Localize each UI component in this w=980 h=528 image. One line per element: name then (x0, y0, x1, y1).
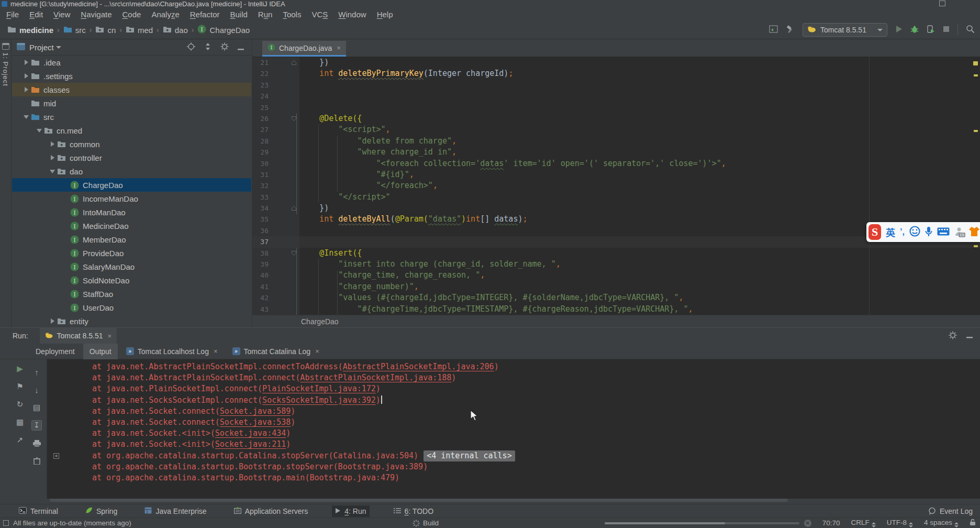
tree-item-.idea[interactable]: .idea (12, 56, 251, 69)
run-configuration-select[interactable]: Tomcat 8.5.51 (803, 23, 887, 37)
tree-expand-arrow[interactable] (21, 60, 31, 65)
tree-item-cn.med[interactable]: cn.med (12, 124, 251, 137)
close-icon[interactable]: × (315, 347, 319, 355)
hide-panel-icon[interactable] (238, 43, 244, 52)
internal-calls-badge[interactable]: <4 internal calls> (424, 450, 515, 461)
menu-item-build[interactable]: Build (225, 9, 252, 19)
hide-panel-icon[interactable] (966, 332, 973, 340)
scroll-up-button[interactable]: ↑ (31, 367, 42, 377)
tool-window-layout-icon[interactable] (769, 25, 778, 35)
fold-marker-end[interactable] (270, 57, 299, 68)
stack-frame-link[interactable]: PlainSocketImpl.java:172 (262, 384, 376, 393)
project-panel-title[interactable]: Project (29, 43, 54, 52)
tree-item-SoldNoteDao[interactable]: ISoldNoteDao (12, 273, 251, 287)
ime-shirt-icon[interactable] (968, 226, 980, 238)
breadcrumb-item-medicine[interactable]: medicine (7, 26, 53, 35)
tool-window-button-java-enterprise[interactable]: Java Enterprise (141, 505, 209, 517)
tool-window-button-spring[interactable]: Spring (82, 505, 120, 517)
tree-item-UserDao[interactable]: IUserDao (12, 301, 251, 314)
ime-punctuation-icon[interactable]: ’, (900, 227, 905, 237)
tree-item-controller[interactable]: controller (12, 151, 251, 164)
breadcrumb-item-dao[interactable]: dao (163, 26, 188, 35)
error-stripe[interactable] (972, 57, 980, 315)
menu-item-refactor[interactable]: Refactor (185, 9, 225, 19)
tree-item-IntoManDao[interactable]: IIntoManDao (12, 205, 251, 219)
ime-mic-icon[interactable] (925, 226, 932, 238)
tree-expand-arrow[interactable] (35, 129, 44, 133)
tree-expand-arrow[interactable] (21, 87, 31, 92)
menu-item-vcs[interactable]: VCS (306, 9, 333, 19)
indent-widget[interactable]: 4 spaces (924, 519, 959, 527)
tree-expand-arrow[interactable] (48, 170, 57, 173)
breadcrumb-item-ChargeDao[interactable]: IChargeDao (197, 25, 250, 35)
debug-button[interactable] (910, 25, 919, 35)
maximize-button[interactable] (939, 1, 945, 6)
run-tab-tomcat-localhost-log[interactable]: »Tomcat Localhost Log× (120, 344, 224, 359)
menu-item-analyze[interactable]: Analyze (146, 9, 184, 19)
menu-item-file[interactable]: File (1, 9, 24, 19)
tree-item-StaffDao[interactable]: IStaffDao (12, 287, 251, 301)
tree-item-mid[interactable]: mid (12, 96, 251, 110)
run-tab-deployment[interactable]: Deployment (29, 344, 81, 359)
tool-window-button-application-servers[interactable]: Application Servers (231, 505, 311, 517)
tool-window-button-6[interactable]: 6: TODO (391, 505, 437, 517)
fold-marker-start[interactable] (270, 248, 299, 259)
tree-item-common[interactable]: common (12, 137, 251, 151)
clear-console-button[interactable] (31, 456, 42, 466)
scroll-to-end-button[interactable]: ↧ (31, 420, 42, 431)
tree-item-.settings[interactable]: .settings (12, 69, 251, 83)
stack-frame-link[interactable]: AbstractPlainSocketImpl.java:206 (343, 362, 494, 371)
tree-item-MedicineDao[interactable]: IMedicineDao (12, 219, 251, 233)
tree-item-src[interactable]: src (12, 110, 251, 124)
lock-icon[interactable] (970, 519, 976, 527)
rerun-button[interactable]: ▶ (15, 364, 25, 374)
tree-expand-arrow[interactable] (21, 73, 31, 79)
close-icon[interactable]: × (337, 44, 341, 52)
encoding-widget[interactable]: UTF-8 (887, 519, 913, 527)
restart-server-button[interactable]: ↻ (15, 399, 25, 410)
breadcrumb-item-src[interactable]: src (63, 26, 86, 35)
collapse-all-icon[interactable] (204, 42, 211, 52)
ime-skin-person-icon[interactable]: 15 (954, 227, 964, 238)
close-icon[interactable]: × (108, 332, 112, 340)
tree-expand-arrow[interactable] (48, 141, 57, 147)
tree-expand-arrow[interactable] (21, 115, 31, 119)
tree-item-IncomeManDao[interactable]: IIncomeManDao (12, 192, 251, 205)
tree-item-SalaryManDao[interactable]: ISalaryManDao (12, 260, 251, 273)
tree-expand-arrow[interactable] (48, 155, 57, 160)
line-separator-widget[interactable]: CRLF (851, 519, 875, 527)
run-flag-icon[interactable]: ⚑ (15, 381, 25, 392)
editor-breadcrumb-item[interactable]: ChargeDao (301, 317, 339, 326)
stack-frame-link[interactable]: Socket.java:538 (220, 417, 291, 427)
stack-frame-link[interactable]: Socket.java:211 (215, 439, 286, 449)
project-view-chevron-icon[interactable] (56, 46, 61, 49)
console-output[interactable]: at java.net.AbstractPlainSocketImpl.conn… (47, 359, 980, 499)
run-config-tab[interactable]: Tomcat 8.5.51 × (40, 328, 117, 344)
caret-position-widget[interactable]: 70:70 (822, 519, 840, 527)
stop-button[interactable] (943, 26, 950, 34)
run-button[interactable] (895, 25, 903, 35)
console-fold-expander[interactable]: + (53, 453, 59, 459)
ime-keyboard-icon[interactable] (937, 227, 950, 237)
print-button[interactable] (31, 438, 42, 448)
stripe-item-project[interactable]: 1: Project (2, 52, 9, 86)
tree-item-dao[interactable]: dao (12, 164, 251, 178)
stack-frame-link[interactable]: Socket.java:434 (215, 428, 286, 438)
stack-frame-link[interactable]: AbstractPlainSocketImpl.java:188 (300, 373, 451, 382)
run-tab-tomcat-catalina-log[interactable]: »Tomcat Catalina Log× (226, 344, 326, 359)
sogou-logo-icon[interactable]: S (868, 224, 881, 240)
tool-window-button-terminal[interactable]: Terminal (16, 505, 61, 517)
breadcrumb-item-cn[interactable]: cn (95, 26, 116, 35)
menu-item-navigate[interactable]: Navigate (75, 9, 117, 19)
stack-frame-link[interactable]: SocksSocketImpl.java:392 (262, 395, 376, 405)
tree-item-classes[interactable]: classes (12, 83, 251, 96)
deployment-grid-button[interactable]: ▦ (15, 417, 25, 427)
menu-item-tools[interactable]: Tools (277, 9, 306, 19)
ime-language-mode[interactable]: 英 (886, 225, 895, 239)
tree-expand-arrow[interactable] (48, 318, 57, 324)
tree-item-ProvideDao[interactable]: IProvideDao (12, 246, 251, 260)
build-hammer-icon[interactable] (786, 25, 795, 35)
scroll-down-button[interactable]: ↓ (31, 384, 42, 395)
coverage-button[interactable] (927, 25, 935, 35)
pin-tab-button[interactable]: ↗ (15, 435, 25, 445)
